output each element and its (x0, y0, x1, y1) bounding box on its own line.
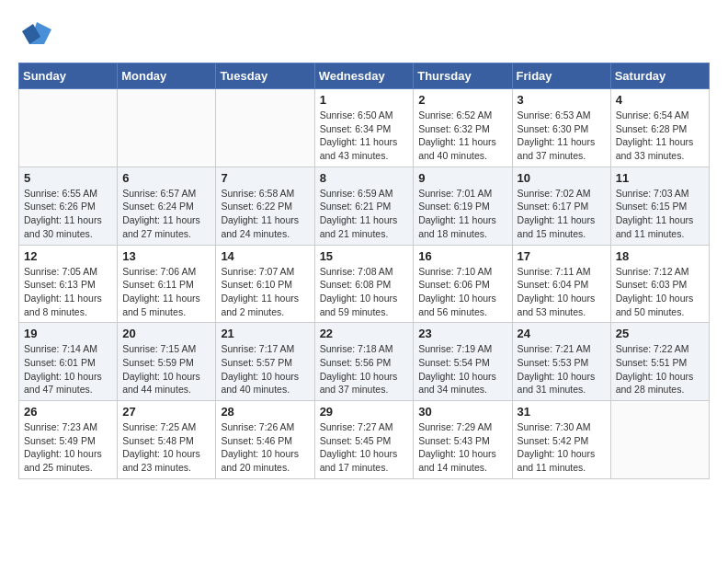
calendar-cell: 29Sunrise: 7:27 AM Sunset: 5:45 PM Dayli… (314, 401, 414, 479)
calendar-cell: 15Sunrise: 7:08 AM Sunset: 6:08 PM Dayli… (314, 245, 414, 323)
calendar-cell: 21Sunrise: 7:17 AM Sunset: 5:57 PM Dayli… (216, 323, 314, 401)
calendar-week-row: 19Sunrise: 7:14 AM Sunset: 6:01 PM Dayli… (19, 323, 710, 401)
calendar-cell (610, 401, 709, 479)
day-info: Sunrise: 7:08 AM Sunset: 6:08 PM Dayligh… (320, 265, 409, 319)
day-info: Sunrise: 7:05 AM Sunset: 6:13 PM Dayligh… (24, 265, 112, 319)
weekday-header-row: SundayMondayTuesdayWednesdayThursdayFrid… (19, 63, 710, 89)
day-info: Sunrise: 7:29 AM Sunset: 5:43 PM Dayligh… (418, 420, 506, 475)
day-number: 15 (320, 249, 409, 263)
weekday-header: Wednesday (314, 63, 414, 89)
calendar-cell: 12Sunrise: 7:05 AM Sunset: 6:13 PM Dayli… (19, 245, 118, 323)
calendar-cell: 11Sunrise: 7:03 AM Sunset: 6:15 PM Dayli… (610, 167, 709, 245)
calendar-cell: 13Sunrise: 7:06 AM Sunset: 6:11 PM Dayli… (118, 245, 216, 323)
day-number: 8 (320, 171, 409, 185)
day-info: Sunrise: 6:59 AM Sunset: 6:21 PM Dayligh… (320, 187, 409, 241)
day-info: Sunrise: 7:18 AM Sunset: 5:56 PM Dayligh… (320, 342, 409, 396)
day-number: 17 (518, 249, 606, 263)
day-info: Sunrise: 6:55 AM Sunset: 6:26 PM Dayligh… (24, 187, 112, 241)
calendar-cell: 14Sunrise: 7:07 AM Sunset: 6:10 PM Dayli… (216, 245, 314, 323)
weekday-header: Tuesday (216, 63, 314, 89)
day-number: 1 (320, 93, 409, 107)
calendar-cell: 26Sunrise: 7:23 AM Sunset: 5:49 PM Dayli… (19, 401, 118, 479)
calendar-cell: 27Sunrise: 7:25 AM Sunset: 5:48 PM Dayli… (118, 401, 216, 479)
logo-icon (22, 18, 51, 48)
calendar-cell: 6Sunrise: 6:57 AM Sunset: 6:24 PM Daylig… (118, 167, 216, 245)
day-info: Sunrise: 7:11 AM Sunset: 6:04 PM Dayligh… (518, 265, 606, 319)
calendar-cell (216, 89, 314, 167)
weekday-header: Saturday (610, 63, 709, 89)
day-number: 2 (418, 93, 506, 107)
day-number: 5 (24, 171, 112, 185)
day-number: 31 (518, 405, 606, 419)
day-info: Sunrise: 7:03 AM Sunset: 6:15 PM Dayligh… (616, 187, 704, 241)
weekday-header: Sunday (19, 63, 118, 89)
day-info: Sunrise: 7:23 AM Sunset: 5:49 PM Dayligh… (24, 420, 112, 475)
day-info: Sunrise: 7:21 AM Sunset: 5:53 PM Dayligh… (518, 342, 606, 396)
day-number: 22 (320, 327, 409, 340)
day-info: Sunrise: 7:12 AM Sunset: 6:03 PM Dayligh… (616, 265, 704, 319)
day-info: Sunrise: 6:50 AM Sunset: 6:34 PM Dayligh… (320, 109, 409, 163)
calendar-week-row: 1Sunrise: 6:50 AM Sunset: 6:34 PM Daylig… (19, 89, 710, 167)
day-number: 28 (221, 405, 309, 419)
calendar-cell (118, 89, 216, 167)
calendar-table: SundayMondayTuesdayWednesdayThursdayFrid… (18, 63, 710, 479)
day-info: Sunrise: 7:27 AM Sunset: 5:45 PM Dayligh… (320, 420, 409, 475)
weekday-header: Friday (512, 63, 610, 89)
day-number: 7 (221, 171, 309, 185)
calendar-cell: 5Sunrise: 6:55 AM Sunset: 6:26 PM Daylig… (19, 167, 118, 245)
day-info: Sunrise: 6:52 AM Sunset: 6:32 PM Dayligh… (418, 109, 506, 163)
day-info: Sunrise: 7:26 AM Sunset: 5:46 PM Dayligh… (221, 420, 309, 475)
calendar-cell: 4Sunrise: 6:54 AM Sunset: 6:28 PM Daylig… (610, 89, 709, 167)
calendar-week-row: 12Sunrise: 7:05 AM Sunset: 6:13 PM Dayli… (19, 245, 710, 323)
calendar-cell: 2Sunrise: 6:52 AM Sunset: 6:32 PM Daylig… (414, 89, 512, 167)
calendar-cell: 18Sunrise: 7:12 AM Sunset: 6:03 PM Dayli… (610, 245, 709, 323)
day-info: Sunrise: 6:54 AM Sunset: 6:28 PM Dayligh… (616, 109, 704, 163)
day-info: Sunrise: 7:25 AM Sunset: 5:48 PM Dayligh… (122, 420, 210, 475)
calendar-cell: 3Sunrise: 6:53 AM Sunset: 6:30 PM Daylig… (512, 89, 610, 167)
day-number: 4 (616, 93, 704, 107)
calendar-cell: 9Sunrise: 7:01 AM Sunset: 6:19 PM Daylig… (414, 167, 512, 245)
day-info: Sunrise: 7:07 AM Sunset: 6:10 PM Dayligh… (221, 265, 309, 319)
calendar-week-row: 26Sunrise: 7:23 AM Sunset: 5:49 PM Dayli… (19, 401, 710, 479)
day-info: Sunrise: 7:15 AM Sunset: 5:59 PM Dayligh… (122, 342, 210, 396)
calendar-cell: 1Sunrise: 6:50 AM Sunset: 6:34 PM Daylig… (314, 89, 414, 167)
day-number: 12 (24, 249, 112, 263)
day-number: 13 (122, 249, 210, 263)
day-number: 23 (418, 327, 506, 340)
day-number: 9 (418, 171, 506, 185)
day-number: 24 (518, 327, 606, 340)
day-info: Sunrise: 7:22 AM Sunset: 5:51 PM Dayligh… (616, 342, 704, 396)
weekday-header: Monday (118, 63, 216, 89)
day-number: 10 (518, 171, 606, 185)
logo (18, 18, 51, 48)
day-number: 3 (518, 93, 606, 107)
calendar-cell: 16Sunrise: 7:10 AM Sunset: 6:06 PM Dayli… (414, 245, 512, 323)
day-number: 6 (122, 171, 210, 185)
day-number: 21 (221, 327, 309, 340)
calendar-cell: 10Sunrise: 7:02 AM Sunset: 6:17 PM Dayli… (512, 167, 610, 245)
day-number: 27 (122, 405, 210, 419)
calendar-cell: 24Sunrise: 7:21 AM Sunset: 5:53 PM Dayli… (512, 323, 610, 401)
day-info: Sunrise: 7:19 AM Sunset: 5:54 PM Dayligh… (418, 342, 506, 396)
day-info: Sunrise: 6:53 AM Sunset: 6:30 PM Dayligh… (518, 109, 606, 163)
day-number: 26 (24, 405, 112, 419)
calendar-cell: 30Sunrise: 7:29 AM Sunset: 5:43 PM Dayli… (414, 401, 512, 479)
day-number: 16 (418, 249, 506, 263)
calendar-cell: 28Sunrise: 7:26 AM Sunset: 5:46 PM Dayli… (216, 401, 314, 479)
day-number: 29 (320, 405, 409, 419)
day-info: Sunrise: 6:57 AM Sunset: 6:24 PM Dayligh… (122, 187, 210, 241)
day-info: Sunrise: 7:02 AM Sunset: 6:17 PM Dayligh… (518, 187, 606, 241)
day-info: Sunrise: 7:01 AM Sunset: 6:19 PM Dayligh… (418, 187, 506, 241)
calendar-cell: 20Sunrise: 7:15 AM Sunset: 5:59 PM Dayli… (118, 323, 216, 401)
calendar-cell: 23Sunrise: 7:19 AM Sunset: 5:54 PM Dayli… (414, 323, 512, 401)
day-info: Sunrise: 7:10 AM Sunset: 6:06 PM Dayligh… (418, 265, 506, 319)
day-number: 20 (122, 327, 210, 340)
day-info: Sunrise: 7:30 AM Sunset: 5:42 PM Dayligh… (518, 420, 606, 475)
calendar-week-row: 5Sunrise: 6:55 AM Sunset: 6:26 PM Daylig… (19, 167, 710, 245)
day-info: Sunrise: 7:14 AM Sunset: 6:01 PM Dayligh… (24, 342, 112, 396)
calendar-cell: 19Sunrise: 7:14 AM Sunset: 6:01 PM Dayli… (19, 323, 118, 401)
day-number: 14 (221, 249, 309, 263)
calendar-cell: 8Sunrise: 6:59 AM Sunset: 6:21 PM Daylig… (314, 167, 414, 245)
day-info: Sunrise: 7:17 AM Sunset: 5:57 PM Dayligh… (221, 342, 309, 396)
page-header (18, 18, 710, 48)
